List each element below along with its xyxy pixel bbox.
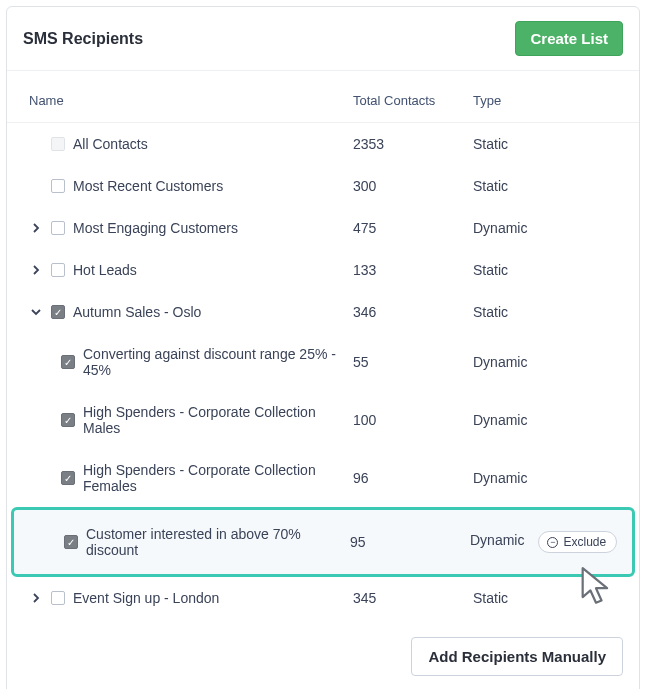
- row-checkbox[interactable]: ✓: [51, 305, 65, 319]
- cell-name: Most Engaging Customers: [23, 220, 353, 236]
- type-label: Dynamic: [473, 470, 527, 486]
- cell-type: Static: [473, 178, 623, 194]
- row-name-label: Most Engaging Customers: [73, 220, 238, 236]
- row-name-label: Event Sign up - London: [73, 590, 219, 606]
- row-name-label: All Contacts: [73, 136, 148, 152]
- row-name-label: High Spenders - Corporate Collection Mal…: [83, 404, 353, 436]
- cell-name: Hot Leads: [23, 262, 353, 278]
- table-row: ✓Customer interested in above 70% discou…: [11, 507, 635, 577]
- table-row: All Contacts2353Static: [7, 123, 639, 165]
- row-name-label: Autumn Sales - Oslo: [73, 304, 201, 320]
- cell-name: ✓High Spenders - Corporate Collection Ma…: [23, 404, 353, 436]
- type-label: Static: [473, 590, 508, 606]
- recipients-card: SMS Recipients Create List Name Total Co…: [6, 6, 640, 689]
- type-label: Static: [473, 304, 508, 320]
- chevron-right-icon[interactable]: [29, 591, 43, 605]
- table-header: Name Total Contacts Type: [7, 71, 639, 123]
- table-row: Most Recent Customers300Static: [7, 165, 639, 207]
- cell-name: All Contacts: [23, 136, 353, 152]
- row-checkbox[interactable]: ✓: [61, 355, 75, 369]
- add-recipients-button[interactable]: Add Recipients Manually: [411, 637, 623, 676]
- row-name-label: High Spenders - Corporate Collection Fem…: [83, 462, 353, 494]
- cell-total: 133: [353, 262, 473, 278]
- cell-total: 346: [353, 304, 473, 320]
- chevron-down-icon[interactable]: [29, 305, 43, 319]
- cell-name: ✓Autumn Sales - Oslo: [23, 304, 353, 320]
- table-row: Hot Leads133Static: [7, 249, 639, 291]
- exclude-button[interactable]: −Exclude: [538, 531, 617, 553]
- cell-total: 96: [353, 470, 473, 486]
- col-header-total: Total Contacts: [353, 93, 473, 108]
- table-body: All Contacts2353StaticMost Recent Custom…: [7, 123, 639, 619]
- cell-name: ✓High Spenders - Corporate Collection Fe…: [23, 462, 353, 494]
- cell-name: Most Recent Customers: [23, 178, 353, 194]
- cell-type: Static: [473, 590, 623, 606]
- cell-type: Static: [473, 304, 623, 320]
- type-label: Static: [473, 262, 508, 278]
- cell-type: Static: [473, 136, 623, 152]
- table-row: Most Engaging Customers475Dynamic: [7, 207, 639, 249]
- cell-name: ✓Customer interested in above 70% discou…: [26, 526, 350, 558]
- col-header-type: Type: [473, 93, 623, 108]
- row-checkbox[interactable]: ✓: [64, 535, 78, 549]
- cell-total: 55: [353, 354, 473, 370]
- row-name-label: Most Recent Customers: [73, 178, 223, 194]
- cell-type: Dynamic: [473, 354, 623, 370]
- type-label: Static: [473, 178, 508, 194]
- table-row: Event Sign up - London345Static: [7, 577, 639, 619]
- cell-total: 475: [353, 220, 473, 236]
- table-row: ✓Autumn Sales - Oslo346Static: [7, 291, 639, 333]
- cell-type: Dynamic: [473, 220, 623, 236]
- type-label: Static: [473, 136, 508, 152]
- cell-total: 100: [353, 412, 473, 428]
- chevron-right-icon[interactable]: [29, 221, 43, 235]
- cell-total: 345: [353, 590, 473, 606]
- cell-total: 300: [353, 178, 473, 194]
- row-name-label: Hot Leads: [73, 262, 137, 278]
- cell-type: Static: [473, 262, 623, 278]
- type-label: Dynamic: [473, 412, 527, 428]
- table-row: ✓High Spenders - Corporate Collection Fe…: [7, 449, 639, 507]
- row-name-label: Customer interested in above 70% discoun…: [86, 526, 350, 558]
- row-checkbox[interactable]: [51, 263, 65, 277]
- cell-type: Dynamic−Exclude: [470, 531, 620, 553]
- col-header-name: Name: [23, 93, 353, 108]
- card-footer: Add Recipients Manually: [7, 619, 639, 689]
- recipients-table: Name Total Contacts Type All Contacts235…: [7, 71, 639, 619]
- create-list-button[interactable]: Create List: [515, 21, 623, 56]
- row-checkbox[interactable]: ✓: [61, 413, 75, 427]
- cell-type: Dynamic: [473, 412, 623, 428]
- row-checkbox: [51, 137, 65, 151]
- cell-name: Event Sign up - London: [23, 590, 353, 606]
- row-name-label: Converting against discount range 25% - …: [83, 346, 353, 378]
- exclude-label: Exclude: [563, 535, 606, 549]
- card-title: SMS Recipients: [23, 30, 143, 48]
- cell-name: ✓Converting against discount range 25% -…: [23, 346, 353, 378]
- row-checkbox[interactable]: [51, 591, 65, 605]
- chevron-right-icon[interactable]: [29, 263, 43, 277]
- row-checkbox[interactable]: ✓: [61, 471, 75, 485]
- type-label: Dynamic: [473, 354, 527, 370]
- cell-total: 95: [350, 534, 470, 550]
- table-row: ✓High Spenders - Corporate Collection Ma…: [7, 391, 639, 449]
- row-checkbox[interactable]: [51, 221, 65, 235]
- type-label: Dynamic: [470, 532, 524, 548]
- card-header: SMS Recipients Create List: [7, 7, 639, 71]
- minus-circle-icon: −: [547, 537, 558, 548]
- cell-type: Dynamic: [473, 470, 623, 486]
- cell-total: 2353: [353, 136, 473, 152]
- type-label: Dynamic: [473, 220, 527, 236]
- table-row: ✓Converting against discount range 25% -…: [7, 333, 639, 391]
- row-checkbox[interactable]: [51, 179, 65, 193]
